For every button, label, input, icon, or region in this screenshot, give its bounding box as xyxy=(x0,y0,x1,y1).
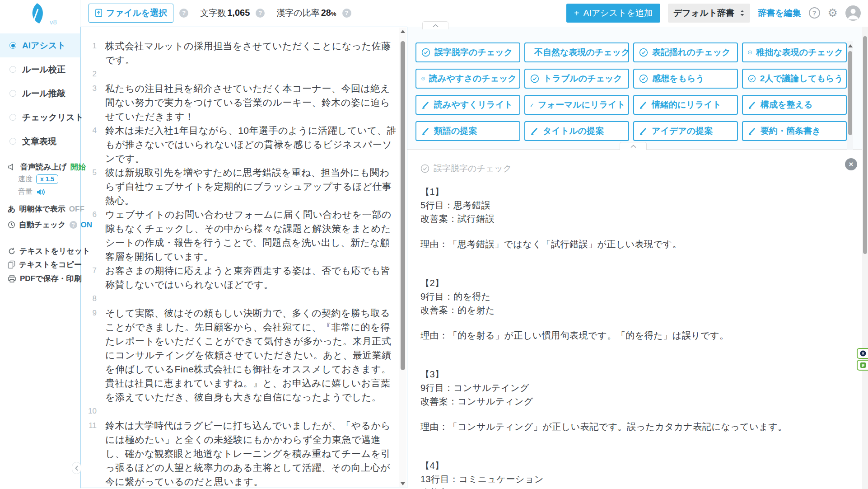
scroll-up-button[interactable] xyxy=(847,42,854,49)
results-title: 誤字脱字のチェック xyxy=(434,163,512,174)
result-suggestion: 改善案：的を射た xyxy=(420,303,840,317)
line-text[interactable]: 鈴木は未だ入社1年目ながら、10年選手のように活躍していて、誰もが推さないではい… xyxy=(105,123,397,165)
sidebar-item-label: ルール推敲 xyxy=(22,88,65,99)
pencil-icon xyxy=(421,101,430,109)
sidebar-collapse-button[interactable] xyxy=(72,462,81,474)
help-icon[interactable]: ? xyxy=(70,221,77,229)
line-text[interactable]: 鈴木は大学時代はラグビーに打ち込んでいましたが、「やるからには極めたい」と全くの… xyxy=(105,418,397,488)
line-text[interactable]: お客さまの期待に応えようと東奔西走する姿は、否でも応でも皆称賛しないではいられな… xyxy=(105,263,397,292)
result-reason: 理由：「コンサルティング」が正しい表記です。誤ったカタカナ表記になっています。 xyxy=(420,420,840,433)
assist-scrollbar-thumb[interactable] xyxy=(848,51,852,135)
line-text[interactable] xyxy=(105,67,397,81)
editor-scrollbar[interactable] xyxy=(399,28,406,487)
speed-value-button[interactable]: x 1.5 xyxy=(36,174,58,184)
copy-text-button[interactable]: テキストをコピー xyxy=(8,259,82,270)
line-number: 11 xyxy=(81,418,97,488)
scroll-up-button[interactable] xyxy=(399,28,406,35)
result-target: 9行目：的を得た xyxy=(420,290,840,303)
result-item: 【1】 5行目：思考錯誤 改善案：試行錯誤 理由：「思考錯誤」ではなく「試行錯誤… xyxy=(420,185,840,251)
assist-button-idea-suggest[interactable]: アイデアの提案 xyxy=(633,121,738,141)
result-item: 【2】 9行目：的を得た 改善案：的を射た 理由：「的を射る」が正しい慣用句表現… xyxy=(420,276,840,342)
autocheck-state[interactable]: ON xyxy=(81,221,93,230)
volume-label: 音量 xyxy=(18,187,33,197)
app-version: v8 xyxy=(50,18,57,26)
page-scrollbar[interactable] xyxy=(862,27,868,489)
tts-label: 音声読み上げ xyxy=(20,162,67,172)
help-icon[interactable]: ? xyxy=(809,7,820,19)
check-circle-icon xyxy=(530,74,539,83)
extension-button-2[interactable] xyxy=(857,360,868,371)
sidebar-item-expression[interactable]: 文章表現 xyxy=(0,129,80,153)
add-ai-assist-button[interactable]: + AIアシストを追加 xyxy=(566,4,660,23)
assist-button-title-suggest[interactable]: タイトルの提案 xyxy=(524,121,629,141)
editor-line: 1株式会社マルットの採用担当をさせていただくことになった佐藤です。 xyxy=(81,39,407,67)
text-editor[interactable]: 1株式会社マルットの採用担当をさせていただくことになった佐藤です。 2 3私たち… xyxy=(80,27,407,488)
extension-button-1[interactable] xyxy=(857,348,868,359)
collapse-panel-tab-top[interactable] xyxy=(422,21,448,29)
person-icon xyxy=(845,5,861,21)
result-suggestion: 改善案：コンサルティング xyxy=(420,395,840,408)
edit-dictionary-link[interactable]: 辞書を編集 xyxy=(758,7,801,19)
assist-button-clumsy-check[interactable]: 稚拙な表現のチェック xyxy=(742,42,847,62)
collapse-panel-tab-results[interactable] xyxy=(620,142,647,150)
mincho-label: 明朝体で表示 xyxy=(19,204,65,214)
file-select-button[interactable]: ファイルを選択 xyxy=(89,4,173,23)
help-icon[interactable]: ? xyxy=(256,9,265,18)
assist-button-summary[interactable]: 要約・箇条書き xyxy=(742,121,847,141)
sidebar-item-checklist[interactable]: チェックリスト xyxy=(0,105,80,129)
line-number: 7 xyxy=(81,263,97,292)
ai-assist-panel: 誤字脱字のチェック 不自然な表現のチェック 表記揺れのチェック 稚拙な表現のチェ… xyxy=(407,27,868,150)
assist-button-discussion[interactable]: 2人で議論してもらう xyxy=(742,69,847,89)
assist-button-formal-rewrite[interactable]: フォーマルにリライト xyxy=(524,95,629,115)
results-body: 【1】 5行目：思考錯誤 改善案：試行錯誤 理由：「思考錯誤」ではなく「試行錯誤… xyxy=(420,185,840,489)
line-text[interactable]: ウェブサイトのお問い合わせフォームに届く問い合わせを一部の隙もなくチェックし、そ… xyxy=(105,207,397,263)
autocheck-row[interactable]: 自動チェック ? ON xyxy=(8,220,92,230)
help-icon[interactable]: ? xyxy=(179,9,188,18)
assist-scrollbar[interactable] xyxy=(847,41,853,168)
line-text[interactable]: 私たちの注目社員を紹介させていただく本コーナー、今回は絶え間ない努力で実力をつけ… xyxy=(105,81,397,123)
reset-text-button[interactable]: テキストをリセット xyxy=(8,246,90,256)
line-text[interactable]: 株式会社マルットの採用担当をさせていただくことになった佐藤です。 xyxy=(105,39,397,67)
editor-line: 5彼は新規取引先を増やすために思考錯誤を重ね、担当外にも関わらず自社ウェブサイト… xyxy=(81,165,407,207)
sidebar-item-rule-proofread[interactable]: ルール校正 xyxy=(0,57,80,81)
assist-button-feedback[interactable]: 感想をもらう xyxy=(633,69,738,89)
assist-button-structure[interactable]: 構成を整える xyxy=(742,95,847,115)
assist-button-typo-check[interactable]: 誤字脱字のチェック xyxy=(415,42,520,62)
line-number: 4 xyxy=(81,123,97,165)
close-icon[interactable]: × xyxy=(845,158,857,170)
line-text[interactable] xyxy=(105,404,397,418)
volume-icon[interactable] xyxy=(36,188,47,196)
assist-button-unnatural-check[interactable]: 不自然な表現のチェック xyxy=(524,42,629,62)
editor-line: 7お客さまの期待に応えようと東奔西走する姿は、否でも応でも皆称賛しないではいられ… xyxy=(81,263,407,292)
line-number: 2 xyxy=(81,67,97,81)
help-icon[interactable]: ? xyxy=(342,9,351,18)
page-scrollbar-thumb[interactable] xyxy=(863,36,867,254)
assist-button-emotional-rewrite[interactable]: 情緒的にリライト xyxy=(633,95,738,115)
mincho-state[interactable]: OFF xyxy=(69,205,84,214)
editor-scrollbar-thumb[interactable] xyxy=(401,41,405,370)
line-text[interactable]: そして実際、彼はその頼もしい決断力で、多くの契約を勝ち取ることができました。先日… xyxy=(105,306,397,404)
assist-button-readability-check[interactable]: 読みやすさのチェック xyxy=(415,69,520,89)
assist-button-trouble-check[interactable]: トラブルのチェック xyxy=(524,69,629,89)
scroll-down-button[interactable] xyxy=(399,480,406,487)
line-text[interactable]: 彼は新規取引先を増やすために思考錯誤を重ね、担当外にも関わらず自社ウェブサイトを… xyxy=(105,165,397,207)
sidebar-item-rule-polish[interactable]: ルール推敲 xyxy=(0,81,80,105)
printer-icon xyxy=(8,275,16,283)
copy-label: テキストをコピー xyxy=(19,259,82,270)
pdf-print-button[interactable]: PDFで保存・印刷 xyxy=(8,273,81,284)
tts-start-button[interactable]: 開始 xyxy=(70,162,86,172)
dictionary-select[interactable]: デフォルト辞書 xyxy=(668,4,750,23)
gear-icon[interactable]: ⚙ xyxy=(828,7,838,19)
pencil-icon xyxy=(748,101,756,109)
sidebar-item-ai-assist[interactable]: AIアシスト xyxy=(0,33,80,57)
assist-button-synonyms[interactable]: 類語の提案 xyxy=(415,121,520,141)
mincho-row[interactable]: あ 明朝体で表示 OFF xyxy=(8,204,84,214)
assist-button-notation-check[interactable]: 表記揺れのチェック xyxy=(633,42,738,62)
sidebar: v8 AIアシスト ルール校正 ルール推敲 チェックリスト 文章表現 音声読み上… xyxy=(0,0,80,489)
check-circle-icon xyxy=(639,74,648,83)
avatar[interactable] xyxy=(845,5,861,21)
assist-button-readable-rewrite[interactable]: 読みやすくリライト xyxy=(415,95,520,115)
results-header: 誤字脱字のチェック xyxy=(420,163,512,174)
line-text[interactable] xyxy=(105,292,397,306)
pencil-icon xyxy=(530,101,534,109)
